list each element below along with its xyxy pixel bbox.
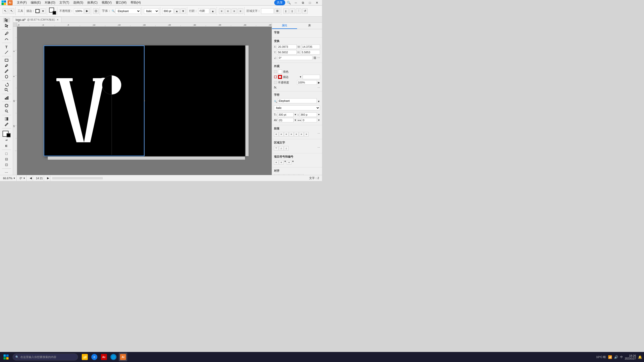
font-name-select[interactable]: Elephant [115,8,141,14]
leading-expand-rp[interactable]: ▼ [318,113,320,116]
minimize-button[interactable]: ─ [292,0,299,6]
distribute-horiz-icon[interactable]: ⫿ [283,8,289,14]
para-align-center[interactable]: ≡ [279,132,284,137]
canvas-area[interactable]: -5 0 5 10 15 20 25 [13,23,272,175]
maximize-button[interactable]: □ [306,0,313,6]
line-tool-btn[interactable] [3,50,10,55]
rect-tool-btn[interactable] [3,58,10,63]
para-justify-all[interactable]: ≡ [299,132,304,137]
transform-more-icon[interactable]: ⋯ [317,56,320,60]
zoom-tool-btn[interactable] [3,109,10,114]
opacity-expand-icon[interactable]: ▶ [84,8,90,14]
paintbrush-tool-btn[interactable] [3,69,10,74]
menu-window[interactable]: 窗口(W) [114,0,128,5]
document-tab[interactable]: logo.ai* @ 66.67 % (CMYK/预览) ✕ [13,17,61,22]
selection-tool-icon[interactable]: ↖ [3,8,8,14]
fill-stroke-area[interactable] [49,8,56,15]
eyedropper-tool-btn[interactable] [3,122,10,127]
angle-value[interactable]: 0° [278,56,312,60]
pencil-tool-btn[interactable] [3,63,10,68]
stroke-value-box[interactable] [303,75,320,79]
para-align-left[interactable]: ≡ [274,132,278,137]
opacity-expand-rp[interactable]: ▶ [318,81,320,84]
menu-help[interactable]: 帮助(H) [129,0,143,5]
opacity-input[interactable] [74,8,84,14]
list-btn-1[interactable]: ≡ [274,160,278,165]
font-size-down-icon[interactable]: ▼ [180,8,186,14]
list-expand-2-icon[interactable]: ▼ [292,160,294,165]
fx-more-icon[interactable]: ⋯ [317,86,320,89]
menu-edit[interactable]: 编辑(E) [29,0,43,5]
area-align-top[interactable]: ⊤ [274,146,278,151]
font-size-rp[interactable]: 300 pt [277,112,293,117]
opacity-value-rp[interactable]: 100% [297,80,317,85]
rotation-status[interactable]: 0° ▼ [19,175,26,181]
normal-mode-btn[interactable]: □ [3,151,10,156]
para-justify-left[interactable]: ≡ [289,132,294,137]
menu-effect[interactable]: 效果(C) [86,0,99,5]
artboard-tool-btn[interactable] [3,103,10,108]
blob-brush-btn[interactable] [3,74,10,79]
list-btn-2[interactable]: ≡ [279,160,284,165]
menu-object[interactable]: 对象(O) [43,0,57,5]
inside-mode-btn[interactable]: ⊡ [3,162,10,167]
more-tools-icon[interactable]: ⋮ [296,8,301,14]
x-value[interactable]: 20.3973 [277,44,296,49]
distribute-vert-icon[interactable]: ⫿ [290,8,295,14]
share-button[interactable]: 共享 [274,0,285,5]
font-style-select[interactable]: Italic [144,8,159,14]
leading-up-icon[interactable]: ▲ [210,8,216,14]
kerning-rp[interactable]: (0) [278,118,294,122]
transform-again-icon[interactable]: ↺ [302,8,308,14]
more-tools-btn[interactable]: ··· [3,170,10,175]
rotate-tool-btn[interactable] [3,82,10,87]
color-swatch-area[interactable] [2,131,11,137]
para-justify-center[interactable]: ≡ [294,132,299,137]
type-tool-btn[interactable]: T [3,44,10,49]
rotation-dropdown-icon[interactable]: ▼ [23,177,25,179]
align-center-btn[interactable]: ≡ [225,8,231,14]
justify-btn[interactable]: ≡ [238,8,243,14]
selection-tool-btn[interactable] [3,18,10,23]
align-right-btn[interactable]: ≡ [231,8,237,14]
font-dropdown-rp[interactable]: ▼ [317,100,320,103]
direct-select-icon[interactable]: ↖ [9,8,14,14]
stroke-color-swatch[interactable] [35,9,39,13]
area-text-icon[interactable]: ⊞ [274,8,280,14]
y-value[interactable]: 56.5832 [277,50,297,55]
default-colors-icon[interactable]: ◧ [3,143,10,148]
tracking-expand-rp[interactable]: ▼ [318,119,320,121]
curvature-tool-btn[interactable] [3,36,10,41]
para-more-icon[interactable]: ⋯ [317,132,320,137]
fill-checkbox[interactable] [274,70,277,73]
tab-library[interactable]: 库 [297,23,322,29]
font-name-input-rp[interactable] [278,98,317,103]
list-btn-3[interactable]: ≡ [287,160,291,165]
h-scrollbar[interactable] [48,157,245,160]
tab-properties[interactable]: 属性 [272,23,297,29]
search-icon[interactable]: 🔍 [287,1,291,5]
leading-rp[interactable]: 360 p [300,112,317,117]
next-artboard-btn[interactable]: ▶ [46,175,50,181]
constrain-icon[interactable]: ⛓ [313,56,316,59]
fill-swatch-rp[interactable] [278,70,282,74]
list-expand-icon[interactable]: ▼ [284,160,286,165]
stroke-dropdown-icon[interactable]: ▼ [299,76,302,78]
close-button[interactable]: ✕ [313,0,320,6]
restore-button[interactable]: ⧉ [299,0,306,6]
pen-tool-btn[interactable] [3,31,10,36]
h-value[interactable]: 5.5853 [301,50,320,55]
align-left-btn[interactable]: ≡ [219,8,224,14]
menu-select[interactable]: 选择(S) [71,0,85,5]
stroke-checkbox[interactable] [274,75,277,78]
fx-label[interactable]: fx. [274,86,277,89]
stroke-swatch[interactable] [7,133,11,137]
recolor-icon[interactable]: ⊙ [93,8,99,14]
para-align-right[interactable]: ≡ [284,132,289,137]
windows-logo-icon[interactable] [2,1,6,5]
area-align-bottom[interactable]: ⊥ [284,146,289,151]
menu-file[interactable]: 文件(F) [15,0,28,5]
v-scrollbar[interactable] [246,46,249,156]
prev-artboard-btn[interactable]: ◀ [29,175,33,181]
font-size-up-icon[interactable]: ▲ [174,8,180,14]
